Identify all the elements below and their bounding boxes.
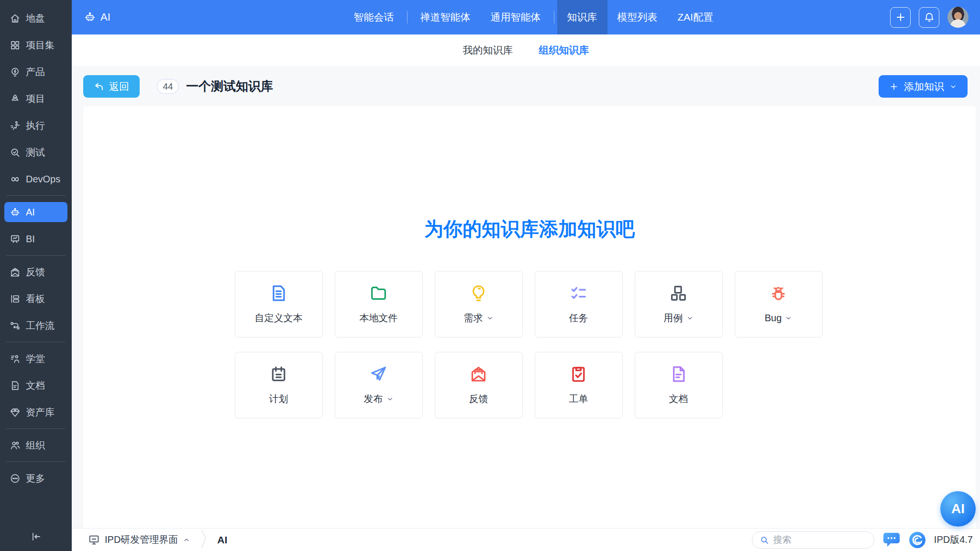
topbar: AI 智能会话 禅道智能体 通用智能体 知识库 模型列表 ZAI配置 [72,0,980,34]
statusbar: IPD研发管理界面 AI IPD版4.7 [72,528,980,551]
sidebar-item-doc[interactable]: 文档 [4,375,67,395]
sidebar-item-label: 组织 [26,439,45,452]
lightbulb-icon [469,284,488,303]
sidebar-item-kanban[interactable]: 看板 [4,289,67,309]
document-lines-icon [269,284,288,303]
sidebar-item-bi[interactable]: BI [4,229,67,249]
sidebar-item-devops[interactable]: DevOps [4,169,67,189]
card-doc[interactable]: 文档 [635,352,723,418]
app-title: AI [84,11,110,23]
knowledge-count-badge: 44 [157,79,179,94]
card-label: 文档 [669,393,688,405]
sidebar-item-feedback[interactable]: 反馈 [4,262,67,282]
back-button-label: 返回 [109,80,129,93]
card-local-file[interactable]: 本地文件 [335,271,423,337]
main-panel: 为你的知识库添加知识吧 自定义文本 本地文件 需求 任务 [83,106,976,528]
version-label: IPD版4.7 [934,533,973,546]
notifications-button[interactable] [919,7,939,28]
add-button[interactable] [890,7,911,28]
bug-icon [769,285,788,304]
card-story[interactable]: 需求 [435,271,523,337]
card-bug[interactable]: Bug [735,271,823,337]
sidebar-item-organization[interactable]: 组织 [4,435,67,455]
collapse-left-icon [30,531,42,542]
top-nav: 智能会话 禅道智能体 通用智能体 知识库 模型列表 ZAI配置 [344,0,724,34]
sidebar-item-ai[interactable]: AI [4,202,67,222]
empty-state-heading: 为你的知识库添加知识吧 [83,216,976,242]
sidebar-item-label: AI [26,207,35,218]
top-nav-item-chat[interactable]: 智能会话 [344,0,404,34]
mail-open-icon [469,365,488,383]
teacher-icon [10,353,21,364]
sidebar-divider [6,255,66,256]
breadcrumb-current: AI [217,534,227,546]
top-actions [890,7,969,28]
card-label: Bug [765,313,782,324]
clipboard-check-icon [569,365,588,383]
user-avatar[interactable] [947,7,969,28]
more-circle-icon [10,473,21,484]
chevron-down-icon [785,315,792,322]
sidebar-divider [6,195,66,196]
sidebar-item-more[interactable]: 更多 [4,468,67,488]
top-nav-item-model-list[interactable]: 模型列表 [607,0,668,34]
sidebar-item-program[interactable]: 项目集 [4,35,67,55]
card-custom-text[interactable]: 自定义文本 [235,271,323,337]
statusbar-right: IPD版4.7 [752,531,973,549]
workflow-icon [10,320,21,331]
sidebar-collapse-button[interactable] [4,527,67,546]
card-label: 发布 [364,393,383,405]
sidebar-item-label: 项目集 [26,39,55,52]
document-icon [10,380,21,391]
back-button[interactable]: 返回 [83,75,140,98]
sidebar-item-project[interactable]: 项目 [4,89,67,109]
add-knowledge-button[interactable]: 添加知识 [879,75,968,98]
search-input[interactable] [773,535,867,545]
sidebar-divider [6,342,66,342]
top-nav-item-zai-config[interactable]: ZAI配置 [668,0,724,34]
card-case[interactable]: 用例 [635,271,723,337]
calendar-icon [269,365,288,383]
workspace-switcher[interactable]: IPD研发管理界面 [88,533,190,546]
card-feedback[interactable]: 反馈 [435,352,523,418]
monitor-icon [88,534,100,546]
knowledge-base-title: 一个测试知识库 [186,78,273,95]
top-nav-item-general-agents[interactable]: 通用智能体 [481,0,551,34]
floating-ai-button[interactable]: AI [940,491,976,527]
card-label: 需求 [464,312,483,325]
card-ticket[interactable]: 工单 [535,352,623,418]
sidebar-item-academy[interactable]: 学堂 [4,349,67,369]
chat-bubble-icon[interactable] [882,532,901,548]
sidebar-item-execution[interactable]: 执行 [4,115,67,135]
zentao-logo[interactable] [909,531,926,549]
sidebar-item-label: 项目 [26,92,45,105]
top-nav-item-zentao-agents[interactable]: 禅道智能体 [410,0,481,34]
search-box[interactable] [752,531,874,549]
tab-org-knowledge-base[interactable]: 组织知识库 [537,41,591,60]
card-release[interactable]: 发布 [335,352,423,418]
breadcrumb-separator [200,529,208,551]
tab-my-knowledge-base[interactable]: 我的知识库 [461,41,515,60]
card-label: 用例 [664,312,683,325]
sidebar-item-label: BI [26,234,35,245]
chevron-down-icon [386,395,394,403]
sidebar-divider [6,461,66,462]
home-icon [10,13,21,24]
card-label: 反馈 [469,393,488,405]
sidebar-item-test[interactable]: 测试 [4,142,67,162]
sidebar-item-product[interactable]: 产品 [4,62,67,82]
sidebar-item-label: DevOps [26,174,60,185]
sidebar-item-label: 地盘 [26,12,45,25]
chart-board-icon [10,234,21,245]
top-nav-item-knowledge-base[interactable]: 知识库 [557,0,607,34]
card-plan[interactable]: 计划 [235,352,323,418]
sidebar-item-assets[interactable]: 资产库 [4,402,67,422]
sidebar-item-home[interactable]: 地盘 [4,8,67,28]
paper-plane-icon [369,365,388,383]
people-icon [10,440,21,451]
sidebar-item-workflow[interactable]: 工作流 [4,315,67,336]
rocket-icon [10,93,21,104]
card-task[interactable]: 任务 [535,271,623,337]
robot-icon [84,11,96,23]
card-label: 工单 [569,393,588,405]
